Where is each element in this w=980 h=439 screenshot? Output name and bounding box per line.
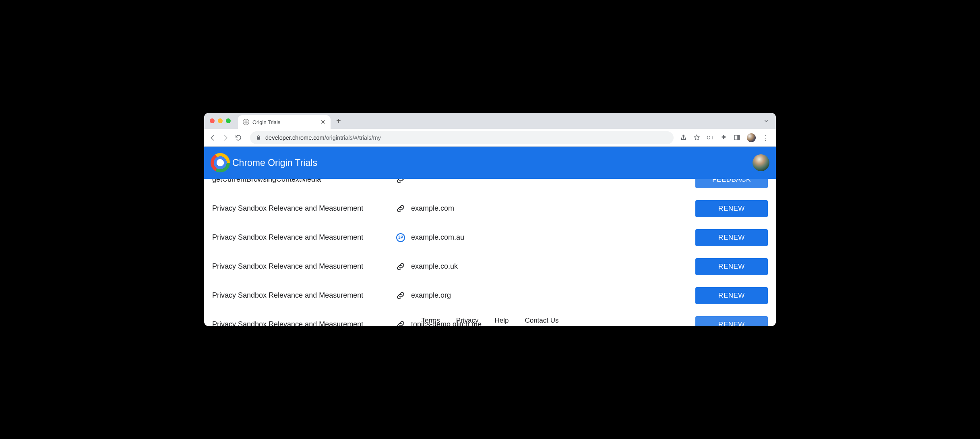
profile-avatar-small[interactable] <box>747 133 756 142</box>
footer-help-link[interactable]: Help <box>494 317 509 325</box>
action-cell: FEEDBACK <box>695 179 768 188</box>
trial-name: Privacy Sandbox Relevance and Measuremen… <box>212 262 392 271</box>
third-party-icon: 3P <box>392 233 409 242</box>
footer-contact-link[interactable]: Contact Us <box>525 317 558 325</box>
svg-rect-0 <box>257 137 260 139</box>
close-window-button[interactable] <box>210 118 215 123</box>
minimize-window-button[interactable] <box>218 118 223 123</box>
browser-window: Origin Trials ✕ + developer.chrome.com/o… <box>204 113 776 326</box>
browser-tab[interactable]: Origin Trials ✕ <box>238 115 331 129</box>
renew-button[interactable]: RENEW <box>695 287 768 304</box>
link-icon <box>392 262 409 271</box>
tab-title: Origin Trials <box>252 119 280 125</box>
trial-row[interactable]: Privacy Sandbox Relevance and Measuremen… <box>204 252 776 281</box>
tabs-dropdown-button[interactable] <box>763 118 769 124</box>
link-icon <box>396 179 405 184</box>
link-icon <box>392 291 409 300</box>
content-viewport[interactable]: getCurrentBrowsingContextMediaFEEDBACKPr… <box>204 179 776 326</box>
renew-button[interactable]: RENEW <box>695 200 768 217</box>
action-cell: RENEW <box>695 200 768 217</box>
close-tab-button[interactable]: ✕ <box>320 118 326 126</box>
trial-domain: example.org <box>409 291 695 300</box>
trial-row[interactable]: Privacy Sandbox Relevance and Measuremen… <box>204 223 776 252</box>
trial-name: getCurrentBrowsingContextMedia <box>212 179 392 184</box>
app-header: Chrome Origin Trials <box>204 147 776 179</box>
url-input[interactable]: developer.chrome.com/origintrials/#/tria… <box>250 131 674 144</box>
trial-name: Privacy Sandbox Relevance and Measuremen… <box>212 291 392 300</box>
feedback-button[interactable]: FEEDBACK <box>695 179 768 188</box>
window-controls <box>210 118 231 123</box>
renew-button[interactable]: RENEW <box>695 258 768 275</box>
link-icon <box>396 291 405 300</box>
app-title: Chrome Origin Trials <box>232 157 317 168</box>
bookmark-icon[interactable] <box>693 134 700 141</box>
trial-name: Privacy Sandbox Relevance and Measuremen… <box>212 204 392 213</box>
reload-button[interactable] <box>235 134 244 141</box>
forward-button[interactable] <box>222 134 231 141</box>
trial-domain: example.co.uk <box>409 262 695 271</box>
extension-badge[interactable]: OT <box>707 135 714 141</box>
trial-domain: example.com <box>409 204 695 213</box>
tab-strip: Origin Trials ✕ + <box>204 113 776 129</box>
trial-row[interactable]: Privacy Sandbox Relevance and Measuremen… <box>204 281 776 310</box>
extensions-icon[interactable] <box>720 134 727 141</box>
sidepanel-icon[interactable] <box>734 134 740 141</box>
globe-icon <box>243 119 249 125</box>
share-icon[interactable] <box>680 134 687 141</box>
footer-privacy-link[interactable]: Privacy <box>456 317 479 325</box>
footer-links: Terms Privacy Help Contact Us <box>204 317 776 325</box>
link-icon <box>392 179 409 184</box>
action-cell: RENEW <box>695 258 768 275</box>
url-text: developer.chrome.com/origintrials/#/tria… <box>265 135 381 141</box>
footer-terms-link[interactable]: Terms <box>421 317 440 325</box>
link-icon <box>392 204 409 213</box>
maximize-window-button[interactable] <box>226 118 231 123</box>
back-button[interactable] <box>209 134 218 141</box>
action-cell: RENEW <box>695 229 768 246</box>
trial-name: Privacy Sandbox Relevance and Measuremen… <box>212 233 392 242</box>
trial-domain: example.com.au <box>409 233 695 242</box>
action-cell: RENEW <box>695 287 768 304</box>
renew-button[interactable]: RENEW <box>695 229 768 246</box>
link-icon <box>396 262 405 271</box>
address-bar: developer.chrome.com/origintrials/#/tria… <box>204 129 776 147</box>
new-tab-button[interactable]: + <box>336 116 341 126</box>
trial-row[interactable]: getCurrentBrowsingContextMediaFEEDBACK <box>204 179 776 194</box>
third-party-badge: 3P <box>396 233 405 242</box>
trial-list: getCurrentBrowsingContextMediaFEEDBACKPr… <box>204 179 776 326</box>
profile-avatar[interactable] <box>753 154 769 171</box>
browser-menu-button[interactable]: ⋮ <box>762 133 769 142</box>
trial-row[interactable]: Privacy Sandbox Relevance and Measuremen… <box>204 194 776 223</box>
svg-rect-2 <box>737 135 740 140</box>
lock-icon <box>256 135 261 141</box>
toolbar-right: OT ⋮ <box>680 133 771 142</box>
chrome-logo-icon <box>211 153 230 172</box>
link-icon <box>396 204 405 213</box>
